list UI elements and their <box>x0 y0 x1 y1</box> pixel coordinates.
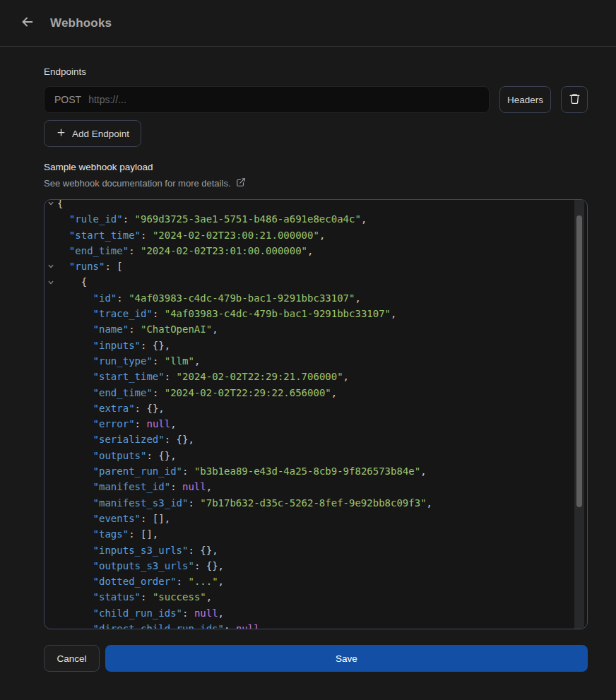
doc-row: See webhook documentation for more detai… <box>44 177 588 189</box>
payload-editor[interactable]: { "rule_id": "969d3725-3ae1-5751-b486-a6… <box>44 199 588 629</box>
plus-icon <box>56 127 66 140</box>
code-line: "end_time": "2024-02-02T22:29:22.656000"… <box>45 385 587 401</box>
code-line: "runs": [ <box>45 259 587 274</box>
code-line: "extra": {}, <box>45 401 587 416</box>
code-line: "inputs_s3_urls": {}, <box>45 542 587 558</box>
gutter <box>45 290 57 306</box>
webhook-doc-link[interactable]: See webhook documentation for more detai… <box>44 178 231 189</box>
endpoint-row: POST Headers <box>44 86 588 113</box>
fold-chevron-icon[interactable] <box>45 259 57 274</box>
headers-button[interactable]: Headers <box>499 86 551 113</box>
gutter <box>45 321 57 337</box>
gutter <box>45 227 57 243</box>
gutter <box>45 432 57 447</box>
gutter <box>45 574 57 589</box>
fold-chevron-icon[interactable] <box>45 274 57 290</box>
code-line: { <box>45 199 587 211</box>
back-arrow-icon <box>20 14 35 32</box>
gutter <box>45 526 57 542</box>
code-line: "end_time": "2024-02-02T23:01:00.000000"… <box>45 243 587 259</box>
top-bar: Webhooks <box>0 0 616 47</box>
gutter <box>45 621 57 629</box>
code-line: { <box>45 274 587 290</box>
gutter <box>45 605 57 621</box>
gutter <box>45 416 57 432</box>
code-line: "trace_id": "4af03983-c4dc-479b-bac1-929… <box>45 306 587 321</box>
gutter <box>45 243 57 259</box>
code-line: "start_time": "2024-02-02T23:00:21.00000… <box>45 227 587 243</box>
headers-button-label: Headers <box>507 95 543 105</box>
back-button[interactable] <box>17 11 38 35</box>
external-link-icon[interactable] <box>236 177 246 189</box>
code-line: "error": null, <box>45 416 587 432</box>
gutter <box>45 558 57 574</box>
gutter <box>45 338 57 353</box>
code-line: "manifest_id": null, <box>45 479 587 494</box>
code-line: "parent_run_id": "b3b1ea89-e43d-4a25-8cb… <box>45 463 587 479</box>
code-line: "tags": [], <box>45 526 587 542</box>
editor-scrollbar-track[interactable] <box>574 200 584 629</box>
payload-title: Sample webhook payload <box>44 162 588 172</box>
trash-icon <box>569 93 581 107</box>
gutter <box>45 401 57 416</box>
code-lines: { "rule_id": "969d3725-3ae1-5751-b486-a6… <box>45 199 587 629</box>
code-line: "rule_id": "969d3725-3ae1-5751-b486-a691… <box>45 211 587 227</box>
editor-scrollbar-thumb[interactable] <box>576 215 582 507</box>
gutter <box>45 211 57 227</box>
gutter <box>45 306 57 321</box>
code-line: "events": [], <box>45 511 587 526</box>
code-line: "child_run_ids": null, <box>45 605 587 621</box>
gutter <box>45 385 57 401</box>
code-line: "run_type": "llm", <box>45 353 587 369</box>
endpoints-label: Endpoints <box>44 66 588 77</box>
url-field[interactable] <box>88 94 479 105</box>
code-line: "dotted_order": "...", <box>45 574 587 589</box>
gutter <box>45 495 57 511</box>
webhooks-panel: Endpoints POST Headers Add Endpoint Samp… <box>0 66 616 672</box>
cancel-button[interactable]: Cancel <box>44 645 100 672</box>
gutter <box>45 353 57 369</box>
code-line: "outputs_s3_urls": {}, <box>45 558 587 574</box>
code-line: "id": "4af03983-c4dc-479b-bac1-9291bbc33… <box>45 290 587 306</box>
code-line: "outputs": {}, <box>45 448 587 463</box>
page-title: Webhooks <box>50 16 112 30</box>
add-endpoint-button[interactable]: Add Endpoint <box>44 120 141 147</box>
gutter <box>45 479 57 494</box>
code-line: "direct_child_run_ids": null <box>45 621 587 629</box>
code-line: "status": "success", <box>45 589 587 605</box>
code-line: "inputs": {}, <box>45 338 587 353</box>
gutter <box>45 511 57 526</box>
code-line: "start_time": "2024-02-02T22:29:21.70600… <box>45 369 587 384</box>
method-label: POST <box>54 94 81 105</box>
code-line: "serialized": {}, <box>45 432 587 447</box>
fold-chevron-icon[interactable] <box>45 199 57 211</box>
gutter <box>45 463 57 479</box>
gutter <box>45 448 57 463</box>
endpoint-url-input[interactable]: POST <box>44 86 490 113</box>
gutter <box>45 369 57 384</box>
delete-endpoint-button[interactable] <box>561 86 588 113</box>
footer-actions: Cancel Save <box>44 645 588 672</box>
save-button[interactable]: Save <box>105 645 588 672</box>
gutter <box>45 589 57 605</box>
code-line: "manifest_s3_id": "7b17b632-d35c-5262-8f… <box>45 495 587 511</box>
code-line: "name": "ChatOpenAI", <box>45 321 587 337</box>
add-endpoint-label: Add Endpoint <box>72 129 129 139</box>
gutter <box>45 542 57 558</box>
